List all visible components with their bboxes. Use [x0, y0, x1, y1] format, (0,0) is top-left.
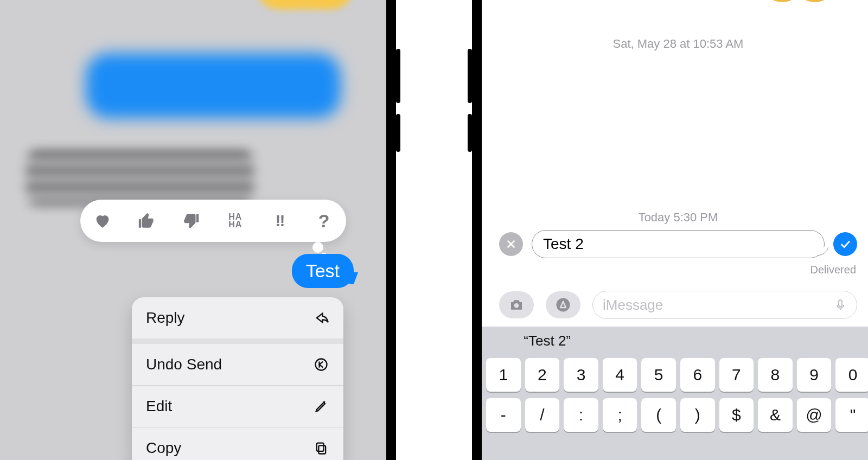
app-store-button[interactable] [546, 291, 580, 318]
edit-message-row: Test 2 [499, 229, 857, 259]
sent-message-bubble[interactable]: Test [292, 254, 354, 288]
undo-icon [313, 356, 329, 373]
menu-label: Undo Send [146, 356, 222, 373]
edit-message-field[interactable]: Test 2 [532, 230, 825, 258]
svg-point-3 [514, 303, 519, 308]
key-0[interactable]: 0 [835, 358, 868, 392]
key-@[interactable]: @ [797, 398, 832, 432]
key-([interactable]: ( [641, 398, 676, 432]
svg-point-0 [316, 359, 327, 370]
menu-label: Edit [146, 398, 172, 415]
context-menu: Reply Undo Send Edit Copy [132, 297, 343, 460]
timestamp: Sat, May 28 at 10:53 AM [482, 37, 868, 51]
tapback-haha[interactable]: HAHA [221, 207, 250, 235]
tapback-bar: HAHA !! ? [80, 200, 346, 242]
svg-point-4 [557, 298, 570, 312]
menu-label: Copy [146, 439, 181, 457]
key-&[interactable]: & [758, 398, 793, 432]
key-8[interactable]: 8 [758, 358, 793, 392]
blurred-received-message [26, 151, 254, 205]
key-$[interactable]: $ [719, 398, 754, 432]
blurred-sent-message [86, 53, 341, 118]
key--[interactable]: - [486, 398, 521, 432]
edit-message-value: Test 2 [543, 235, 584, 253]
side-button [468, 49, 472, 103]
delivery-status: Delivered [810, 264, 856, 276]
cancel-edit-button[interactable] [499, 232, 523, 256]
bubble-tail [817, 247, 828, 255]
screen-left: HAHA !! ? Test Reply Undo Send Edit [0, 0, 386, 460]
blurred-emoji [256, 0, 354, 10]
menu-separator [132, 338, 343, 344]
side-button [396, 49, 400, 103]
camera-button[interactable] [499, 291, 534, 318]
screen-right: Sat, May 28 at 10:53 AM Today 5:30 PM Te… [482, 0, 868, 460]
tapback-heart[interactable] [88, 207, 117, 235]
copy-icon [313, 440, 329, 456]
key-"[interactable]: " [835, 398, 868, 432]
confirm-edit-button[interactable] [833, 232, 857, 256]
menu-label: Reply [146, 309, 185, 327]
svg-rect-2 [317, 443, 324, 451]
tapback-exclaim[interactable]: !! [265, 207, 293, 235]
side-button [396, 114, 400, 152]
menu-reply[interactable]: Reply [132, 297, 343, 338]
key-9[interactable]: 9 [797, 358, 832, 392]
pencil-icon [313, 398, 329, 414]
suggestion-bar: “Test 2” [482, 327, 868, 355]
key-1[interactable]: 1 [486, 358, 521, 392]
compose-placeholder: iMessage [603, 297, 663, 314]
tapback-thumbs-up[interactable] [132, 207, 161, 235]
close-icon [505, 238, 517, 250]
key-5[interactable]: 5 [641, 358, 676, 392]
key-:[interactable]: : [564, 398, 598, 432]
tapback-tail [312, 242, 323, 253]
key-row: -/:;()$&@" [486, 398, 868, 432]
key-)[interactable]: ) [680, 398, 715, 432]
key-3[interactable]: 3 [564, 358, 598, 392]
microphone-icon [834, 298, 847, 311]
key-6[interactable]: 6 [680, 358, 715, 392]
key-;[interactable]: ; [603, 398, 637, 432]
key-/[interactable]: / [525, 398, 560, 432]
app-store-icon [555, 297, 571, 313]
phone-frame-left: HAHA !! ? Test Reply Undo Send Edit [0, 0, 396, 460]
timestamp: Today 5:30 PM [482, 210, 868, 225]
compose-row: iMessage [499, 290, 857, 320]
reply-icon [313, 310, 329, 326]
tapback-question[interactable]: ? [310, 207, 338, 235]
key-2[interactable]: 2 [525, 358, 560, 392]
comparison-stage: HAHA !! ? Test Reply Undo Send Edit [0, 0, 868, 460]
camera-icon [508, 297, 525, 313]
side-button [468, 114, 472, 152]
phone-frame-right: Sat, May 28 at 10:53 AM Today 5:30 PM Te… [472, 0, 868, 460]
menu-copy[interactable]: Copy [132, 427, 343, 460]
suggestion[interactable]: “Test 2” [482, 333, 612, 349]
key-4[interactable]: 4 [603, 358, 637, 392]
svg-rect-5 [839, 300, 842, 306]
checkmark-icon [839, 238, 851, 250]
key-7[interactable]: 7 [719, 358, 754, 392]
tapback-thumbs-down[interactable] [177, 207, 205, 235]
emoji-pair [761, 0, 847, 2]
keyboard: “Test 2” 1234567890 -/:;()$&@" [482, 327, 868, 460]
compose-field[interactable]: iMessage [592, 291, 857, 319]
key-rows: 1234567890 -/:;()$&@" [482, 355, 868, 435]
menu-edit[interactable]: Edit [132, 385, 343, 427]
menu-undo-send[interactable]: Undo Send [132, 344, 343, 385]
key-row: 1234567890 [486, 358, 868, 392]
svg-rect-1 [318, 445, 326, 453]
